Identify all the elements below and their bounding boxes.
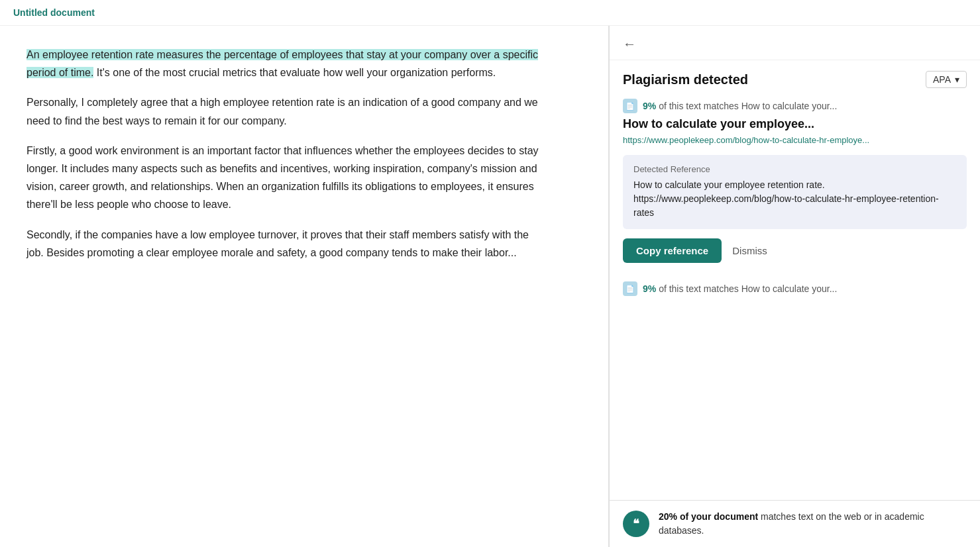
panel-header: ←: [610, 26, 980, 60]
back-button[interactable]: ←: [623, 36, 636, 52]
match-item-2: 📄 9% of this text matches How to calcula…: [623, 281, 967, 296]
paragraph-2: Personally, I completely agree that a hi…: [27, 93, 543, 129]
editor-panel: An employee retention rate measures the …: [0, 26, 609, 547]
match-meta-text-1: of this text matches: [659, 101, 739, 111]
match-meta-text-2: of this text matches: [659, 283, 739, 294]
plagiarism-title: Plagiarism detected: [623, 72, 748, 87]
match-url-1[interactable]: https://www.peoplekeep.com/blog/how-to-c…: [623, 135, 869, 145]
top-bar: Untitled document: [0, 0, 980, 26]
back-icon: ←: [623, 36, 636, 52]
editor-wrapper: An employee retention rate measures the …: [0, 26, 610, 547]
paragraph-3: Firstly, a good work environment is an i…: [27, 142, 543, 214]
citation-style-dropdown[interactable]: APA ▾: [926, 71, 967, 88]
match-icon-1: 📄: [623, 99, 637, 113]
detected-ref-label-1: Detected Reference: [633, 164, 956, 174]
right-panel: ← Plagiarism detected APA ▾ 📄 9% of this…: [610, 26, 980, 547]
editor-content: An employee retention rate measures the …: [27, 46, 543, 262]
paragraph-1: An employee retention rate measures the …: [27, 46, 543, 81]
panel-footer: ❝ 20% of your document matches text on t…: [610, 500, 980, 547]
match-meta-1: 📄 9% of this text matches How to calcula…: [623, 99, 967, 113]
doc-title: Untitled document: [13, 7, 95, 18]
main-layout: An employee retention rate measures the …: [0, 26, 980, 547]
footer-text: 20% of your document matches text on the…: [659, 510, 967, 538]
dismiss-button[interactable]: Dismiss: [732, 245, 767, 256]
match-title-1: How to calculate your employee...: [623, 117, 967, 131]
match-item-1: 📄 9% of this text matches How to calcula…: [623, 99, 967, 263]
detected-ref-text-1: How to calculate your employee retention…: [633, 178, 956, 220]
detected-ref-box-1: Detected Reference How to calculate your…: [623, 155, 967, 229]
paragraph-4: Secondly, if the companies have a low em…: [27, 226, 543, 262]
plagiarism-footer-icon: ❝: [623, 511, 649, 537]
panel-content: 📄 9% of this text matches How to calcula…: [610, 88, 980, 500]
plagiarism-header: Plagiarism detected APA ▾: [610, 60, 980, 88]
paragraph-1-rest: It's one of the most crucial metrics tha…: [93, 67, 496, 78]
match-icon-2: 📄: [623, 281, 637, 296]
match-source-short-2: How to calculate your...: [741, 283, 838, 294]
copy-reference-button[interactable]: Copy reference: [623, 238, 722, 263]
citation-style-value: APA: [933, 74, 951, 85]
match-meta-2: 📄 9% of this text matches How to calcula…: [623, 281, 967, 296]
match-percent-2: 9% of this text matches How to calculate…: [643, 283, 837, 294]
action-buttons-1: Copy reference Dismiss: [623, 238, 967, 263]
match-percent-1: 9% of this text matches How to calculate…: [643, 101, 837, 111]
match-source-short-1: How to calculate your...: [741, 101, 838, 111]
footer-bold-text: 20% of your document: [659, 511, 758, 522]
chevron-down-icon: ▾: [955, 74, 959, 85]
